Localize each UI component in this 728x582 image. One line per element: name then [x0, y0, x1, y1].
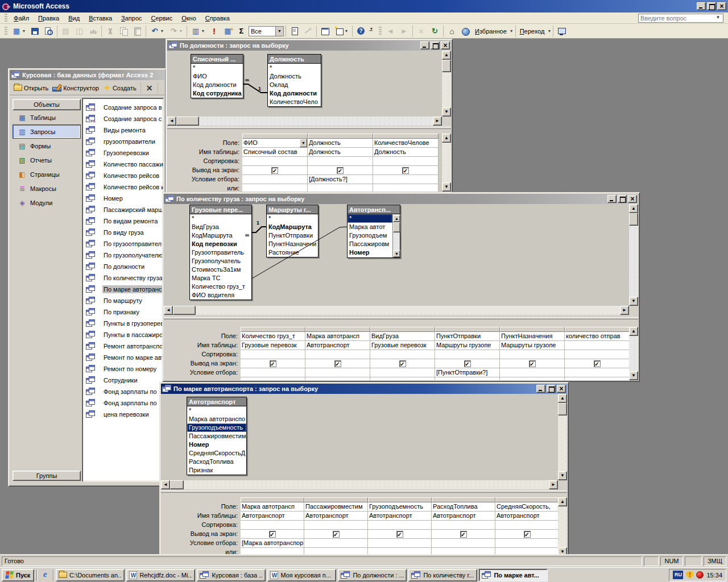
print-button[interactable] [59, 25, 72, 38]
internet-explorer-icon[interactable]: e [39, 569, 51, 581]
scrollbar-vertical[interactable]: ▲▼ [558, 394, 567, 480]
query-window-po-marke-avtotransporta[interactable]: По марке автотранспорта : запрос на выбо… [159, 382, 569, 554]
grid-cell-table-3[interactable]: Маршруты грузопе [435, 341, 500, 350]
grid-cell-sort-4[interactable] [500, 350, 565, 359]
show-checkbox[interactable]: ✓ [396, 531, 403, 538]
list-item-21[interactable]: Ремонт автотранспо [82, 340, 163, 352]
undo-button[interactable]: ▼ [148, 25, 166, 38]
close-button[interactable] [557, 385, 566, 393]
column-selector-0[interactable] [241, 497, 304, 502]
db-title-bar[interactable]: Курсовая : база данных (формат Access 2 [10, 70, 164, 80]
column-selector-5[interactable] [565, 327, 629, 332]
list-item-11[interactable]: По виду груза [82, 227, 163, 238]
grid-cell-sort-1[interactable] [308, 157, 373, 166]
scrollbar-vertical[interactable]: ▲▼ [442, 51, 451, 117]
grid-cell-or-3[interactable] [435, 377, 500, 380]
properties-button[interactable] [288, 25, 301, 38]
taskbar-button-5[interactable]: По количеству г... [408, 569, 477, 581]
pane-splitter[interactable] [164, 317, 638, 319]
grid-cell-show-0[interactable]: ✓ [242, 166, 308, 175]
field-list-title[interactable]: Маршруты г... [267, 205, 318, 214]
grid-cell-table-1[interactable]: Должность [308, 148, 373, 157]
column-selector-4[interactable] [495, 497, 558, 502]
home-button[interactable] [445, 25, 458, 38]
scrollbar-horizontal[interactable]: ◄► [161, 480, 558, 489]
title-bar[interactable]: По должности : запрос на выборку [167, 40, 451, 51]
menu-item-5[interactable]: Сервис [147, 14, 177, 23]
list-item-18[interactable]: По признаку [82, 306, 163, 318]
grid-cell-criteria-4[interactable] [500, 368, 565, 377]
grid-cell-field-2[interactable]: Грузоподъемность [368, 502, 432, 512]
scrollbar-horizontal[interactable]: ◄► [164, 306, 629, 315]
sidebar-item-2[interactable]: ▤Формы [13, 139, 81, 153]
grid-cell-field-0[interactable]: Марка автотрансп [241, 502, 304, 512]
column-selector-3[interactable] [435, 327, 500, 332]
totals-button[interactable] [235, 25, 248, 38]
list-item-9[interactable]: Пассажирский марш [82, 204, 163, 215]
field-row[interactable]: Марка ТС [190, 274, 251, 282]
copy-button[interactable] [117, 25, 130, 38]
close-button[interactable] [441, 41, 450, 49]
grid-cell-show-1[interactable]: ✓ [308, 166, 373, 175]
grid-scrollbar-vertical[interactable]: ▲▼ [629, 327, 638, 380]
scroll-down-icon[interactable]: ▼ [393, 250, 400, 257]
list-item-1[interactable]: Создание запроса с п [82, 113, 163, 124]
grid-cell-field-1[interactable]: Марка автотрансп [305, 332, 370, 341]
column-selector-1[interactable] [305, 327, 370, 332]
field-row[interactable]: ПунктОтправки [267, 231, 318, 240]
grid-cell-criteria-1[interactable]: [Должность?] [308, 175, 373, 184]
show-checkbox[interactable]: ✓ [402, 167, 409, 174]
list-item-15[interactable]: По количеству груза [82, 272, 163, 284]
search-web-button[interactable] [459, 25, 472, 38]
grid-scrollbar-vertical[interactable]: ▲▼ [558, 497, 567, 554]
list-item-26[interactable]: Фонд зарплаты по [82, 397, 163, 409]
field-row[interactable]: РасходТоплива [187, 458, 246, 466]
field-row[interactable]: Номер [348, 248, 392, 257]
grid-cell-table-2[interactable]: Грузовые перевозк [370, 341, 435, 350]
grid-cell-show-0[interactable]: ✓ [241, 359, 305, 368]
grid-cell-show-1[interactable]: ✓ [304, 530, 368, 539]
taskbar-button-4[interactable]: По должности : ... [338, 569, 407, 581]
new-button[interactable]: Создать [102, 84, 138, 93]
grid-cell-show-1[interactable]: ✓ [305, 359, 370, 368]
list-item-12[interactable]: По грузоотправител [82, 238, 163, 250]
minimize-button[interactable] [420, 41, 429, 49]
grid-cell-table-0[interactable]: Автотранспорт [241, 512, 304, 521]
web-toolbar-button[interactable] [555, 25, 568, 38]
grid-cell-show-4[interactable]: ✓ [500, 359, 565, 368]
field-list-title[interactable]: Должность [268, 55, 321, 64]
list-item-24[interactable]: Сотрудники [82, 375, 163, 386]
show-checkbox[interactable]: ✓ [464, 360, 471, 367]
title-bar[interactable]: По марке автотранспорта : запрос на выбо… [161, 384, 567, 394]
column-selector-1[interactable] [308, 134, 373, 139]
field-row[interactable]: * [348, 214, 392, 223]
grid-cell-field-1[interactable]: Должность [308, 139, 373, 148]
grid-cell-or-5[interactable] [565, 377, 629, 380]
grid-cell-sort-3[interactable] [435, 350, 500, 359]
menu-item-1[interactable]: Правка [34, 14, 64, 23]
field-list-title[interactable]: Грузовые пере... [190, 205, 251, 214]
grid-cell-or-2[interactable] [370, 377, 435, 380]
grid-cell-sort-3[interactable] [432, 521, 495, 530]
list-item-6[interactable]: Количество рейсов [82, 170, 163, 181]
column-selector-3[interactable] [432, 497, 495, 502]
field-row[interactable]: ВидГруза [190, 223, 251, 231]
field-row[interactable]: ФИО водителя [190, 291, 251, 300]
refresh-button[interactable] [428, 25, 441, 38]
grid-cell-or-1[interactable] [304, 548, 368, 554]
grid-cell-field-2[interactable]: ВидГруза [370, 332, 435, 341]
forward-button[interactable] [398, 25, 411, 38]
start-button[interactable]: Пуск [2, 569, 34, 581]
file-search-button[interactable] [42, 25, 55, 38]
field-row[interactable]: * [190, 214, 251, 223]
minimize-button[interactable] [697, 2, 706, 10]
column-selector-1[interactable] [304, 497, 368, 502]
show-checkbox[interactable]: ✓ [270, 360, 276, 367]
save-button[interactable] [28, 25, 42, 38]
grid-cell-show-3[interactable]: ✓ [432, 530, 495, 539]
list-item-3[interactable]: грузоотправители [82, 136, 163, 147]
grid-cell-criteria-2[interactable] [368, 539, 432, 548]
field-row[interactable]: КодМаршрута [190, 231, 251, 240]
list-item-14[interactable]: По должности [82, 261, 163, 272]
list-item-0[interactable]: Создание запроса в р [82, 102, 163, 113]
